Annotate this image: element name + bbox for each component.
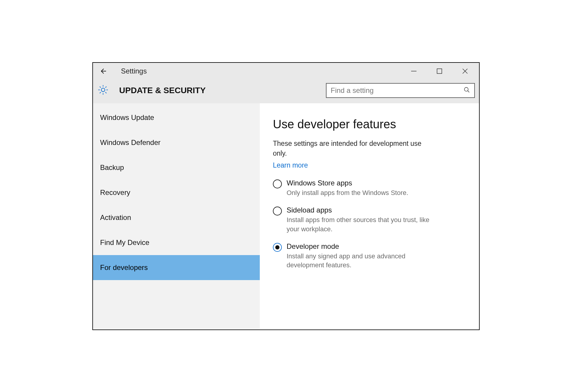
radio-texts: Developer mode Install any signed app an… — [287, 242, 442, 270]
radio-label: Developer mode — [287, 242, 442, 251]
sidebar-item-windows-defender[interactable]: Windows Defender — [93, 130, 260, 155]
window-title: Settings — [121, 67, 147, 75]
gear-icon — [97, 84, 109, 97]
sidebar-item-label: Activation — [100, 213, 131, 222]
section-title: UPDATE & SECURITY — [119, 86, 206, 95]
radio-icon — [273, 243, 282, 252]
search-box[interactable] — [326, 83, 475, 98]
sidebar-item-label: Windows Defender — [100, 138, 161, 147]
window-controls — [407, 63, 477, 79]
radio-texts: Sideload apps Install apps from other so… — [287, 206, 442, 234]
learn-more-link[interactable]: Learn more — [273, 161, 308, 169]
sidebar-item-label: Windows Update — [100, 113, 154, 122]
svg-point-4 — [101, 88, 105, 92]
titlebar: Settings — [93, 63, 479, 79]
svg-rect-1 — [437, 69, 442, 74]
search-icon — [464, 87, 470, 94]
sidebar-item-find-my-device[interactable]: Find My Device — [93, 230, 260, 255]
close-button[interactable] — [458, 65, 472, 77]
minimize-button[interactable] — [407, 65, 421, 77]
radio-label: Windows Store apps — [287, 179, 408, 187]
sidebar-item-label: Find My Device — [100, 238, 149, 247]
sidebar: Windows Update Windows Defender Backup R… — [93, 103, 260, 329]
radio-label: Sideload apps — [287, 206, 442, 214]
developer-features-radio-group: Windows Store apps Only install apps fro… — [273, 179, 466, 270]
radio-icon — [273, 207, 282, 215]
sidebar-item-label: For developers — [100, 263, 148, 272]
radio-description: Only install apps from the Windows Store… — [287, 188, 408, 198]
radio-texts: Windows Store apps Only install apps fro… — [287, 179, 408, 198]
maximize-icon — [436, 68, 442, 74]
radio-sideload-apps[interactable]: Sideload apps Install apps from other so… — [273, 206, 466, 234]
content-subtext: These settings are intended for developm… — [273, 139, 431, 159]
search-input[interactable] — [331, 86, 464, 95]
radio-description: Install apps from other sources that you… — [287, 215, 442, 234]
radio-developer-mode[interactable]: Developer mode Install any signed app an… — [273, 242, 466, 270]
radio-icon — [273, 179, 282, 188]
sidebar-item-for-developers[interactable]: For developers — [93, 255, 260, 280]
sidebar-item-label: Recovery — [100, 188, 130, 197]
content: Use developer features These settings ar… — [260, 103, 479, 329]
body: Windows Update Windows Defender Backup R… — [93, 103, 479, 329]
radio-windows-store-apps[interactable]: Windows Store apps Only install apps fro… — [273, 179, 466, 198]
arrow-left-icon — [100, 68, 107, 75]
settings-window: Settings UPDATE & SECURITY — [92, 62, 480, 330]
back-button[interactable] — [97, 65, 109, 77]
sidebar-item-label: Backup — [100, 163, 124, 172]
sidebar-item-windows-update[interactable]: Windows Update — [93, 105, 260, 130]
radio-dot-icon — [275, 245, 279, 249]
sidebar-item-recovery[interactable]: Recovery — [93, 180, 260, 205]
headerbar: UPDATE & SECURITY — [93, 79, 479, 103]
svg-point-5 — [464, 87, 468, 91]
content-heading: Use developer features — [273, 118, 466, 131]
radio-description: Install any signed app and use advanced … — [287, 252, 442, 270]
svg-line-6 — [468, 90, 470, 92]
close-icon — [462, 68, 468, 74]
maximize-button[interactable] — [433, 65, 446, 77]
minimize-icon — [411, 68, 417, 74]
sidebar-item-activation[interactable]: Activation — [93, 205, 260, 230]
sidebar-item-backup[interactable]: Backup — [93, 155, 260, 180]
